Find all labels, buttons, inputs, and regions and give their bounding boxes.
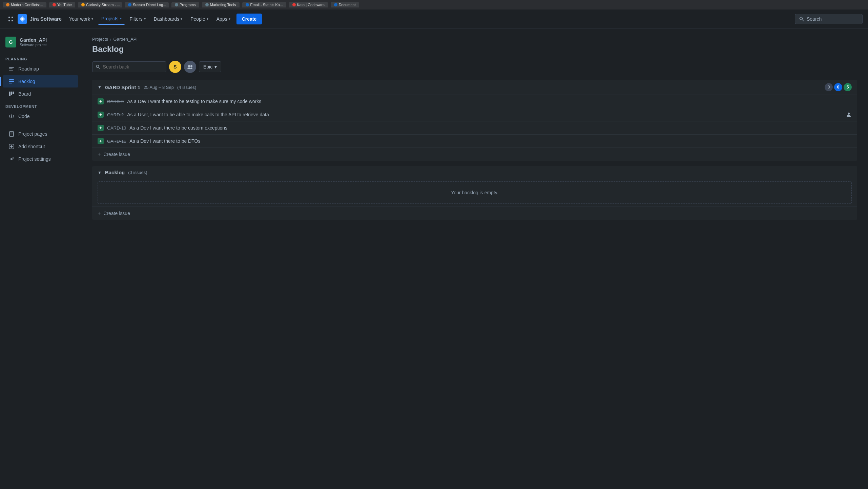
table-row[interactable]: GARD-11 As a Dev I want there to be DTOs	[92, 134, 857, 148]
svg-rect-13	[11, 92, 12, 95]
app-layout: G Garden_API Software project PLANNING R…	[0, 28, 868, 489]
svg-rect-0	[8, 17, 10, 18]
issue-type-icon	[98, 98, 104, 104]
browser-tab[interactable]: Email - Stathis Ka...	[242, 2, 286, 7]
search-bar[interactable]: Search	[795, 14, 863, 24]
svg-rect-12	[9, 92, 11, 96]
nav-dashboards[interactable]: Dashboards ▾	[150, 14, 186, 24]
sprint-title: GARD Sprint 1	[105, 84, 140, 90]
sidebar-item-project-settings[interactable]: Project settings	[3, 153, 78, 165]
sprint-header[interactable]: ▼ GARD Sprint 1 25 Aug – 8 Sep (4 issues…	[92, 80, 857, 95]
sidebar-item-add-shortcut[interactable]: Add shortcut	[3, 140, 78, 153]
jira-logo[interactable]: Jira Software	[18, 14, 62, 24]
code-label: Code	[18, 114, 29, 119]
svg-rect-1	[12, 17, 13, 18]
pages-icon	[8, 131, 15, 137]
create-issue-sprint-button[interactable]: + Create issue	[92, 148, 857, 161]
settings-label: Project settings	[18, 156, 51, 162]
sidebar: G Garden_API Software project PLANNING R…	[0, 28, 81, 489]
browser-tab[interactable]: Programs	[171, 2, 199, 7]
backlog-empty-section: ▼ Backlog (0 issues) Your backlog is emp…	[92, 166, 857, 220]
breadcrumb-project[interactable]: Garden_API	[113, 37, 138, 42]
svg-line-24	[99, 67, 100, 69]
table-row[interactable]: GARD-10 As a Dev I want there to be cust…	[92, 121, 857, 134]
user-avatar-group[interactable]	[184, 61, 196, 73]
create-button[interactable]: Create	[236, 14, 262, 24]
project-type: Software project	[20, 43, 47, 47]
browser-tab[interactable]: Curiosity Stream - ...	[78, 2, 122, 7]
table-row[interactable]: GARD-9 As a Dev I want there to be testi…	[92, 95, 857, 108]
sidebar-item-project-pages[interactable]: Project pages	[3, 128, 78, 140]
svg-rect-7	[9, 69, 13, 69]
nav-people[interactable]: People ▾	[187, 14, 212, 24]
sprint-count: (4 issues)	[177, 85, 196, 90]
user-avatar-s[interactable]: S	[169, 61, 181, 73]
plus-icon: +	[98, 210, 101, 216]
breadcrumb-separator: /	[110, 37, 111, 42]
svg-rect-8	[9, 70, 13, 71]
issue-type-icon	[98, 112, 104, 118]
roadmap-icon	[8, 65, 15, 72]
sidebar-item-board[interactable]: Board	[3, 88, 78, 100]
page-title: Backlog	[92, 44, 857, 54]
svg-rect-11	[9, 83, 12, 83]
badge-done: 5	[844, 83, 852, 91]
issue-key: GARD-9	[107, 99, 124, 104]
svg-point-29	[848, 113, 850, 115]
search-backlog-field[interactable]	[103, 64, 163, 70]
nav-apps[interactable]: Apps ▾	[213, 14, 234, 24]
sprint-collapse-icon: ▼	[98, 85, 102, 90]
nav-projects[interactable]: Projects ▾	[98, 13, 125, 25]
logo-icon	[18, 14, 27, 24]
chevron-down-icon: ▾	[214, 64, 217, 70]
epic-filter[interactable]: Epic ▾	[199, 61, 221, 72]
browser-tab[interactable]: Document	[331, 2, 359, 7]
backlog-section-count: (0 issues)	[128, 170, 147, 175]
search-placeholder: Search	[807, 16, 822, 22]
browser-bar: Modern Conflicts:... YouTube Curiosity S…	[0, 0, 868, 9]
search-icon	[96, 64, 100, 69]
breadcrumb: Projects / Garden_API	[92, 37, 857, 42]
sprint-badges: 0 0 5	[825, 83, 852, 91]
issue-summary: As a Dev I want there to be custom excep…	[129, 125, 848, 131]
planning-label: PLANNING	[0, 53, 81, 62]
backlog-section-header[interactable]: ▼ Backlog (0 issues)	[92, 166, 857, 179]
browser-tab[interactable]: Kata | Codewars	[289, 2, 328, 7]
project-header: G Garden_API Software project	[0, 34, 81, 53]
issue-key: GARD-11	[107, 139, 126, 144]
chevron-down-icon: ▾	[229, 17, 230, 21]
svg-point-26	[190, 65, 192, 67]
settings-icon	[8, 156, 15, 162]
backlog-collapse-icon: ▼	[98, 170, 102, 175]
board-icon	[8, 91, 15, 97]
development-label: DEVELOPMENT	[0, 100, 81, 110]
project-icon: G	[5, 37, 16, 47]
board-label: Board	[18, 91, 31, 97]
chevron-down-icon: ▾	[207, 17, 208, 21]
browser-tab[interactable]: Sussex Direct Log...	[125, 2, 169, 7]
plus-icon: +	[98, 151, 101, 157]
breadcrumb-projects[interactable]: Projects	[92, 37, 108, 42]
browser-tab[interactable]: Modern Conflicts:...	[3, 2, 46, 7]
browser-tab[interactable]: YouTube	[49, 2, 75, 7]
sidebar-item-code[interactable]: Code	[3, 110, 78, 122]
project-info: Garden_API Software project	[20, 37, 47, 47]
sidebar-item-roadmap[interactable]: Roadmap	[3, 63, 78, 75]
table-row[interactable]: GARD-2 As a User, I want to be able to m…	[92, 108, 857, 121]
nav-your-work[interactable]: Your work ▾	[66, 14, 97, 24]
chevron-down-icon: ▾	[120, 17, 122, 20]
create-issue-backlog-button[interactable]: + Create issue	[92, 207, 857, 220]
svg-point-25	[188, 65, 190, 67]
logo-text: Jira Software	[30, 16, 62, 22]
issue-row-right	[846, 112, 852, 118]
grid-icon[interactable]	[5, 14, 16, 24]
svg-rect-9	[9, 79, 14, 80]
sidebar-item-backlog[interactable]: Backlog	[3, 75, 78, 87]
nav-filters[interactable]: Filters ▾	[126, 14, 149, 24]
issue-summary: As a User, I want to be able to make cal…	[127, 112, 842, 117]
chevron-down-icon: ▾	[91, 17, 93, 21]
project-name: Garden_API	[20, 37, 47, 43]
browser-tab[interactable]: Marketing Tools	[202, 2, 240, 7]
chevron-down-icon: ▾	[144, 17, 146, 21]
search-backlog-input[interactable]	[92, 61, 166, 72]
